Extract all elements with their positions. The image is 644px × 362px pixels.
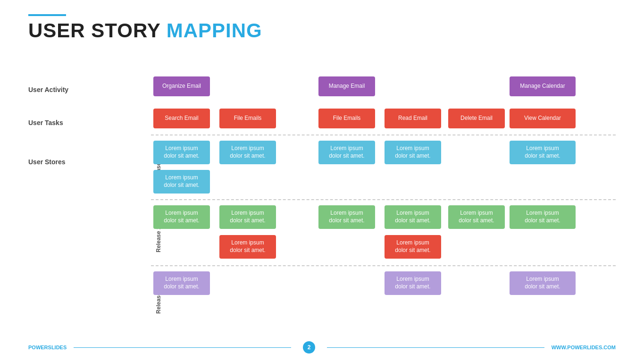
r1-blue-2: Lorem ipsumdolor sit amet.	[219, 141, 276, 164]
footer-website: WWW.POWERLIDES.COM	[552, 345, 616, 350]
r2-green-4: Lorem ipsumdolor sit amet.	[385, 205, 441, 229]
label-user-stores: User Stores	[28, 158, 66, 166]
r1-blue-5: Lorem ipsumdolor sit amet.	[510, 141, 576, 164]
page-title: USER STORY MAPPING	[28, 21, 262, 41]
header: USER STORY MAPPING	[28, 14, 262, 41]
task-card-search-email: Search Email	[153, 109, 210, 128]
separator-r1	[151, 199, 616, 200]
r1-blue-3: Lorem ipsumdolor sit amet.	[318, 141, 375, 164]
r2-red-1: Lorem ipsumdolor sit amet.	[219, 235, 276, 259]
r3-lav-2: Lorem ipsumdolor sit amet.	[385, 271, 441, 295]
footer-brand-bold: POWER	[28, 345, 48, 350]
r3-lav-1: Lorem ipsumdolor sit amet.	[153, 271, 210, 295]
r2-green-2: Lorem ipsumdolor sit amet.	[219, 205, 276, 229]
r2-red-2: Lorem ipsumdolor sit amet.	[385, 235, 441, 259]
activity-card-organize-email: Organize Email	[153, 76, 210, 96]
task-card-delete-email: Delete Email	[448, 109, 505, 128]
activity-card-manage-email: Manage Email	[318, 76, 375, 96]
header-accent-line	[28, 14, 66, 16]
r3-lav-3: Lorem ipsumdolor sit amet.	[510, 271, 576, 295]
release-2-label: Release 2	[155, 226, 162, 252]
title-part1: USER STORY	[28, 19, 167, 42]
r1-blue-1: Lorem ipsumdolor sit amet.	[153, 141, 210, 164]
r1-blue-4: Lorem ipsumdolor sit amet.	[385, 141, 441, 164]
separator-r2	[151, 265, 616, 266]
r2-green-5: Lorem ipsumdolor sit amet.	[448, 205, 505, 229]
r2-green-1: Lorem ipsumdolor sit amet.	[153, 205, 210, 229]
footer-page-number: 2	[303, 341, 315, 354]
page: USER STORY MAPPING User Activity User Ta…	[0, 0, 644, 362]
footer: POWERSLIDES 2 WWW.POWERLIDES.COM	[28, 341, 616, 354]
diagram-area: User Activity User Tasks User Stores Org…	[28, 66, 616, 334]
footer-line-left	[74, 347, 291, 348]
footer-brand: POWERSLIDES	[28, 345, 67, 350]
title-part2: MAPPING	[167, 19, 262, 42]
label-user-tasks: User Tasks	[28, 119, 63, 126]
task-card-read-email: Read Email	[385, 109, 441, 128]
task-card-view-calendar: View Calendar	[510, 109, 576, 128]
task-card-file-emails-1: File Emails	[219, 109, 276, 128]
activity-card-manage-calendar: Manage Calendar	[510, 76, 576, 96]
r2-green-3: Lorem ipsumdolor sit amet.	[318, 205, 375, 229]
r1-blue-extra: Lorem ipsumdolor sit amet.	[153, 170, 210, 194]
footer-brand-blue: SLIDES	[48, 345, 67, 350]
footer-line-right	[327, 347, 544, 348]
label-user-activity: User Activity	[28, 86, 68, 93]
task-card-file-emails-2: File Emails	[318, 109, 375, 128]
r2-green-6: Lorem ipsumdolor sit amet.	[510, 205, 576, 229]
separator-tasks	[151, 135, 616, 135]
